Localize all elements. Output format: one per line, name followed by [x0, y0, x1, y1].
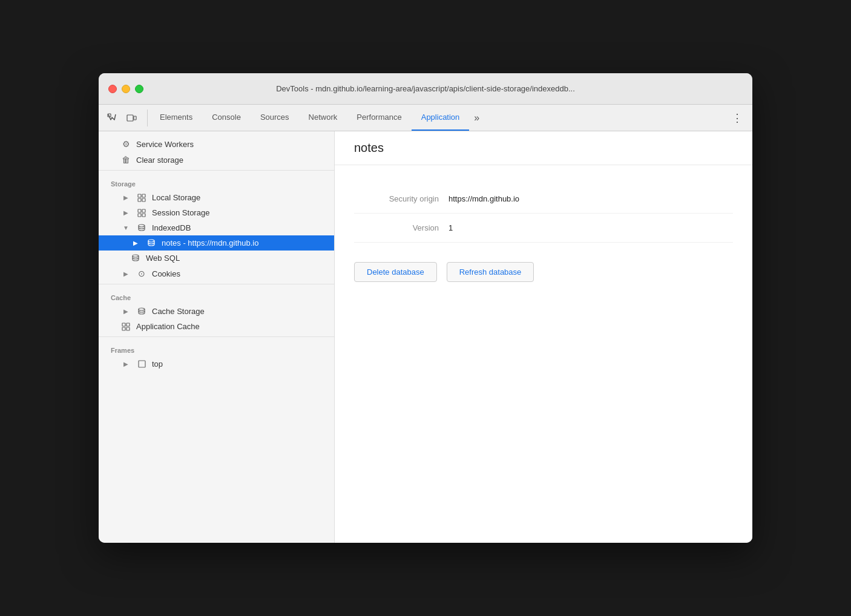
divider-1 [99, 170, 334, 171]
frame-icon [136, 360, 147, 368]
divider-2 [99, 284, 334, 284]
maximize-button[interactable] [135, 85, 143, 93]
sidebar-item-clear-storage[interactable]: 🗑 Clear storage [99, 152, 334, 168]
window-title: DevTools - mdn.github.io/learning-area/j… [276, 84, 575, 93]
security-origin-row: Security origin https://mdn.github.io [354, 185, 733, 214]
security-origin-label: Security origin [354, 194, 439, 203]
chevron-right-icon: ▶ [120, 194, 131, 201]
chevron-right-icon: ▶ [120, 361, 131, 367]
section-label-frames: Frames [99, 339, 334, 356]
database-icon-websql [130, 254, 141, 263]
divider-3 [99, 336, 334, 337]
content-header: notes [335, 131, 752, 165]
svg-point-14 [139, 308, 145, 310]
inspect-icon[interactable] [104, 110, 120, 126]
tab-sources[interactable]: Sources [251, 105, 299, 131]
content-body: Security origin https://mdn.github.io Ve… [335, 165, 752, 321]
toolbar-icons [104, 110, 148, 126]
traffic-lights [108, 85, 143, 93]
grid-icon [136, 194, 147, 202]
section-label-storage: Storage [99, 173, 334, 190]
svg-rect-15 [122, 323, 125, 326]
title-bar: DevTools - mdn.github.io/learning-area/j… [99, 73, 752, 105]
database-icon [136, 224, 147, 232]
chevron-right-icon: ▶ [120, 308, 131, 315]
grid-icon [136, 209, 147, 217]
svg-rect-19 [139, 361, 145, 367]
svg-point-12 [148, 240, 154, 242]
more-tabs-button[interactable]: » [469, 105, 484, 131]
security-origin-value: https://mdn.github.io [448, 194, 519, 203]
trash-icon: 🗑 [120, 155, 131, 165]
sidebar-item-top-frame[interactable]: ▶ top [99, 356, 334, 372]
section-label-cache: Cache [99, 287, 334, 304]
tab-elements[interactable]: Elements [150, 105, 202, 131]
svg-rect-9 [138, 214, 141, 217]
svg-point-13 [133, 255, 139, 257]
svg-rect-6 [142, 198, 145, 202]
svg-rect-7 [138, 209, 141, 212]
svg-point-11 [139, 224, 145, 227]
sidebar-item-application-cache[interactable]: Application Cache [99, 319, 334, 334]
svg-rect-3 [138, 194, 141, 197]
svg-rect-1 [127, 115, 133, 121]
tab-performance[interactable]: Performance [347, 105, 411, 131]
chevron-down-icon: ▼ [120, 224, 131, 231]
svg-rect-10 [142, 214, 145, 217]
devtools-menu-button[interactable]: ⋮ [727, 105, 748, 131]
tab-network[interactable]: Network [299, 105, 347, 131]
device-icon[interactable] [123, 110, 140, 126]
sidebar-item-indexeddb[interactable]: ▼ IndexedDB [99, 220, 334, 235]
cookie-icon: ⊙ [136, 269, 147, 278]
sidebar: ⚙ Service Workers 🗑 Clear storage Storag… [99, 131, 335, 543]
toolbar: Elements Console Sources Network Perform… [99, 105, 752, 131]
sidebar-item-web-sql[interactable]: Web SQL [99, 251, 334, 266]
minimize-button[interactable] [122, 85, 130, 93]
gear-icon: ⚙ [120, 139, 131, 149]
database-icon-cache [136, 307, 147, 316]
svg-rect-5 [138, 198, 141, 202]
database-icon-selected [146, 239, 157, 247]
svg-rect-2 [134, 116, 136, 120]
version-row: Version 1 [354, 214, 733, 243]
sidebar-item-notes-db[interactable]: ▶ notes - https://mdn.github.io [99, 235, 334, 251]
content-panel: notes Security origin https://mdn.github… [335, 131, 752, 543]
svg-rect-4 [142, 194, 145, 197]
delete-database-button[interactable]: Delete database [354, 262, 437, 282]
tab-console[interactable]: Console [202, 105, 251, 131]
tab-bar: Elements Console Sources Network Perform… [150, 105, 484, 131]
version-value: 1 [448, 223, 453, 232]
sidebar-item-cache-storage[interactable]: ▶ Cache Storage [99, 304, 334, 319]
svg-rect-8 [142, 209, 145, 212]
main-area: ⚙ Service Workers 🗑 Clear storage Storag… [99, 131, 752, 543]
version-label: Version [354, 223, 439, 232]
actions-row: Delete database Refresh database [354, 243, 733, 301]
chevron-right-icon: ▶ [120, 270, 131, 277]
close-button[interactable] [108, 85, 117, 93]
sidebar-item-local-storage[interactable]: ▶ Local Storage [99, 190, 334, 205]
svg-rect-17 [122, 327, 125, 330]
svg-rect-18 [126, 327, 130, 330]
grid-icon-appcache [120, 323, 131, 331]
chevron-right-icon: ▶ [120, 209, 131, 216]
refresh-database-button[interactable]: Refresh database [447, 262, 534, 282]
sidebar-item-cookies[interactable]: ▶ ⊙ Cookies [99, 266, 334, 281]
content-title: notes [354, 141, 733, 155]
sidebar-item-service-workers[interactable]: ⚙ Service Workers [99, 136, 334, 152]
tab-application[interactable]: Application [412, 105, 470, 131]
devtools-window: DevTools - mdn.github.io/learning-area/j… [99, 73, 752, 543]
chevron-right-icon: ▶ [130, 240, 141, 246]
svg-rect-16 [126, 323, 130, 326]
sidebar-item-session-storage[interactable]: ▶ Session Storage [99, 205, 334, 220]
